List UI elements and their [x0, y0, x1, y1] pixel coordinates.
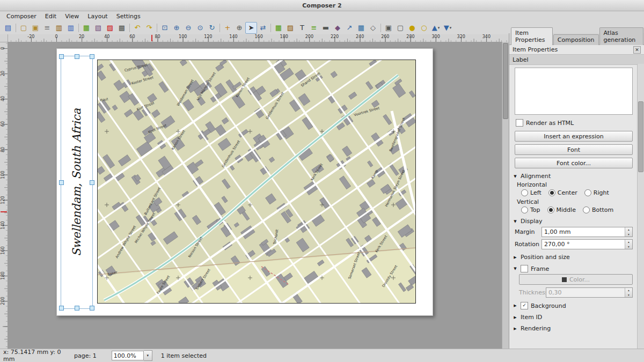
- margin-spinbox[interactable]: 1,00 mm ▴ ▾: [541, 227, 633, 237]
- save-as-template-button[interactable]: ▥: [65, 22, 77, 34]
- spin-down-icon[interactable]: ▾: [625, 245, 632, 249]
- selection-handle[interactable]: [90, 306, 94, 311]
- expander-icon[interactable]: ▼: [513, 267, 518, 271]
- select-move-item-button[interactable]: ➤: [245, 22, 257, 34]
- spinner-buttons[interactable]: ▴ ▾: [625, 288, 632, 297]
- spinner-buttons[interactable]: ▴ ▾: [625, 240, 632, 249]
- thickness-spinbox[interactable]: 0,30 ▴ ▾: [546, 287, 633, 298]
- label-item[interactable]: Swellendam, South Africa: [61, 56, 93, 309]
- composition-page[interactable]: Swellendam, South Africa: [56, 48, 433, 316]
- scrollbar-thumb[interactable]: [638, 101, 643, 172]
- render-as-html-row[interactable]: Render as HTML: [516, 119, 633, 127]
- rendering-group-header[interactable]: ▶ Rendering: [513, 325, 633, 332]
- item-id-group-header[interactable]: ▶ Item ID: [513, 314, 633, 321]
- print-button[interactable]: ▩: [116, 22, 128, 34]
- map-item[interactable]: Cyprus StreetKoster StreetHoutKort Stree…: [97, 60, 416, 304]
- panel-scrollbar[interactable]: [637, 64, 644, 349]
- radio-left[interactable]: Left: [521, 189, 541, 196]
- selection-handle[interactable]: [75, 306, 79, 311]
- expander-icon[interactable]: ▼: [513, 174, 518, 179]
- zoom-tool-button[interactable]: ⊕: [233, 22, 245, 34]
- label-text-input[interactable]: [515, 68, 633, 115]
- frame-group-header[interactable]: ▼ Frame: [513, 265, 633, 272]
- load-from-template-button[interactable]: ▥: [53, 22, 65, 34]
- close-icon[interactable]: ✕: [633, 46, 641, 54]
- radio-right[interactable]: Right: [584, 189, 609, 196]
- add-html-frame-button[interactable]: ◇: [367, 22, 379, 34]
- spinner-buttons[interactable]: ▴ ▾: [625, 227, 632, 237]
- export-as-svg-button[interactable]: ▧: [92, 22, 104, 34]
- redo-button[interactable]: ↷: [143, 22, 155, 34]
- expander-icon[interactable]: ▶: [513, 255, 518, 260]
- duplicate-composer-button[interactable]: ▣: [30, 22, 41, 34]
- refresh-view-button[interactable]: ↻: [206, 22, 218, 34]
- add-label-button[interactable]: T: [296, 22, 308, 34]
- composer-manager-button[interactable]: ≡: [41, 22, 53, 34]
- add-new-map-button[interactable]: ▦: [273, 22, 284, 34]
- spin-up-icon[interactable]: ▴: [625, 227, 632, 232]
- export-as-image-button[interactable]: ▦: [80, 22, 92, 34]
- add-attribute-table-button[interactable]: ▦: [355, 22, 367, 34]
- spin-up-icon[interactable]: ▴: [625, 288, 632, 293]
- scrollbar-thumb[interactable]: [503, 43, 508, 119]
- selection-handle[interactable]: [90, 180, 94, 185]
- new-composer-button[interactable]: ▢: [18, 22, 30, 34]
- align-items-button[interactable]: ▼▾: [442, 22, 453, 34]
- radio-top[interactable]: Top: [521, 206, 540, 213]
- ungroup-items-button[interactable]: ▢: [394, 22, 406, 34]
- save-project-button[interactable]: ▤: [2, 22, 14, 34]
- zoom-full-button[interactable]: ⊡: [159, 22, 171, 34]
- add-scalebar-button[interactable]: ▬: [320, 22, 332, 34]
- titlebar[interactable]: Composer 2: [0, 0, 644, 11]
- spin-up-icon[interactable]: ▴: [625, 240, 632, 245]
- selection-handle[interactable]: [59, 54, 64, 59]
- tab-item-properties[interactable]: Item Properties: [511, 27, 553, 45]
- font-color-button[interactable]: Font color...: [515, 158, 633, 168]
- lock-items-button[interactable]: ●: [406, 22, 418, 34]
- display-group-header[interactable]: ▼ Display: [513, 218, 633, 225]
- zoom-in-button[interactable]: ⊕: [171, 22, 182, 34]
- menu-edit[interactable]: Edit: [41, 12, 61, 20]
- add-arrow-button[interactable]: ↗: [343, 22, 355, 34]
- radio-bottom[interactable]: Bottom: [583, 206, 613, 213]
- tab-atlas-generation[interactable]: Atlas generation: [599, 27, 643, 45]
- zoom-dropdown-button[interactable]: ▾: [144, 350, 152, 361]
- canvas-vertical-scrollbar[interactable]: [502, 42, 509, 349]
- undo-button[interactable]: ↶: [131, 22, 143, 34]
- composer-canvas[interactable]: Swellendam, South Africa: [8, 42, 509, 349]
- unlock-items-button[interactable]: ○: [418, 22, 430, 34]
- menu-composer[interactable]: Composer: [2, 12, 41, 20]
- expander-icon[interactable]: ▶: [513, 315, 518, 320]
- add-legend-button[interactable]: ≡: [308, 22, 320, 34]
- menu-view[interactable]: View: [61, 12, 83, 20]
- selection-handle[interactable]: [59, 306, 64, 311]
- position-size-group-header[interactable]: ▶ Position and size: [513, 254, 633, 261]
- expander-icon[interactable]: ▼: [513, 219, 518, 224]
- background-group-header[interactable]: ▶ ✓ Background: [513, 302, 633, 309]
- selection-handle[interactable]: [90, 54, 94, 59]
- checkbox-icon[interactable]: [516, 119, 523, 127]
- zoom-combobox[interactable]: 100.0%: [112, 351, 144, 360]
- frame-color-button[interactable]: Color...: [519, 274, 633, 285]
- background-checkbox[interactable]: ✓: [521, 302, 528, 309]
- spin-down-icon[interactable]: ▾: [625, 293, 632, 298]
- rotation-spinbox[interactable]: 270,00 ° ▴ ▾: [541, 239, 633, 249]
- add-shape-button[interactable]: ◆: [332, 22, 343, 34]
- selection-handle[interactable]: [75, 54, 79, 59]
- expander-icon[interactable]: ▶: [513, 304, 518, 308]
- group-items-button[interactable]: ▣: [383, 22, 394, 34]
- radio-center[interactable]: Center: [548, 189, 577, 196]
- pan-composer-button[interactable]: +: [222, 22, 233, 34]
- menu-settings[interactable]: Settings: [112, 12, 145, 20]
- zoom-out-button[interactable]: ⊖: [182, 22, 194, 34]
- zoom-actual-button[interactable]: ⊙: [194, 22, 206, 34]
- radio-middle[interactable]: Middle: [547, 206, 576, 213]
- menu-layout[interactable]: Layout: [83, 12, 112, 20]
- expander-icon[interactable]: ▶: [513, 327, 518, 331]
- tab-composition[interactable]: Composition: [553, 34, 599, 45]
- move-item-content-button[interactable]: ⇄: [257, 22, 269, 34]
- add-image-button[interactable]: ▨: [284, 22, 296, 34]
- frame-checkbox[interactable]: [521, 265, 528, 272]
- spin-down-icon[interactable]: ▾: [625, 232, 632, 237]
- alignment-group-header[interactable]: ▼ Alignment: [513, 173, 633, 180]
